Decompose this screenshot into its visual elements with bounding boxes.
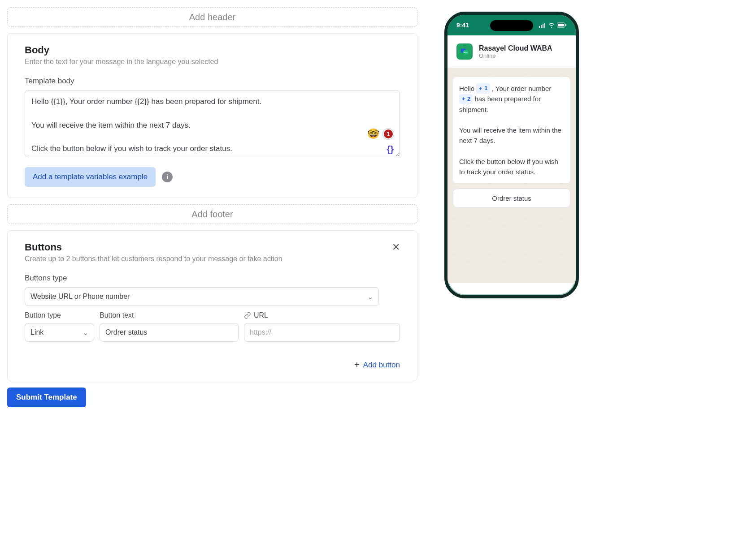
add-template-vars-button[interactable]: Add a template variables example <box>25 167 156 187</box>
battery-icon <box>557 22 567 28</box>
buttons-card: Buttons Create up to 2 buttons that let … <box>7 230 417 381</box>
add-button[interactable]: + Add button <box>354 360 400 370</box>
buttons-subtitle: Create up to 2 buttons that let customer… <box>25 255 282 263</box>
buttons-title: Buttons <box>25 241 282 253</box>
wifi-icon <box>548 22 555 28</box>
body-card: Body Enter the text for your message in … <box>7 33 417 198</box>
button-type-value: Link <box>30 328 43 336</box>
button-url-col-label: URL <box>244 311 400 319</box>
svg-rect-3 <box>544 23 545 28</box>
status-icons <box>539 22 567 28</box>
add-footer-label: Add footer <box>191 209 233 220</box>
svg-point-11 <box>467 52 468 53</box>
body-subtitle: Enter the text for your message in the l… <box>25 58 400 66</box>
close-icon[interactable]: ✕ <box>392 241 400 253</box>
braces-icon[interactable]: {} <box>387 144 394 155</box>
button-type-select[interactable]: Link ⌄ <box>25 323 94 342</box>
svg-rect-0 <box>539 26 540 28</box>
add-header-button[interactable]: Add header <box>7 7 417 27</box>
var-chip-1: 1 <box>476 83 490 93</box>
svg-rect-5 <box>558 24 564 26</box>
svg-point-9 <box>464 52 465 53</box>
button-url-input[interactable] <box>244 323 400 342</box>
svg-point-10 <box>465 52 466 53</box>
contact-status: Online <box>479 52 552 59</box>
body-title: Body <box>25 44 400 56</box>
message-bubble: Hello 1 , Your order number 2 has been p… <box>453 77 570 183</box>
plus-icon: + <box>354 360 360 370</box>
buttons-type-value: Website URL or Phone number <box>30 293 130 301</box>
template-body-textarea[interactable] <box>25 90 400 157</box>
submit-template-button[interactable]: Submit Template <box>7 388 86 407</box>
avatar <box>456 43 473 60</box>
template-body-label: Template body <box>25 77 400 86</box>
chevron-down-icon: ⌄ <box>83 328 88 337</box>
emoji-icon[interactable]: 🤓 <box>367 128 379 140</box>
svg-rect-1 <box>541 25 542 28</box>
info-icon[interactable]: i <box>162 172 173 182</box>
chevron-down-icon: ⌄ <box>367 293 373 301</box>
phone-notch <box>490 20 533 31</box>
button-text-input[interactable] <box>100 323 239 342</box>
svg-rect-2 <box>543 24 543 28</box>
add-header-label: Add header <box>189 12 235 22</box>
button-text-col-label: Button text <box>100 311 239 319</box>
buttons-type-select[interactable]: Website URL or Phone number ⌄ <box>25 287 379 306</box>
var-chip-2: 2 <box>459 94 473 104</box>
status-time: 9:41 <box>456 22 469 29</box>
signal-icon <box>539 22 546 28</box>
phone-preview: 9:41 Rasayel Cloud WABA Online Hello 1 <box>444 12 579 298</box>
button-type-col-label: Button type <box>25 311 94 319</box>
add-button-label: Add button <box>363 361 400 370</box>
svg-rect-6 <box>565 24 566 26</box>
error-badge: 1 <box>383 129 394 139</box>
add-footer-button[interactable]: Add footer <box>7 204 417 224</box>
buttons-type-label: Buttons type <box>25 274 400 283</box>
link-icon <box>244 312 251 319</box>
preview-button: Ordrer status <box>453 189 570 207</box>
contact-name: Rasayel Cloud WABA <box>479 44 552 52</box>
